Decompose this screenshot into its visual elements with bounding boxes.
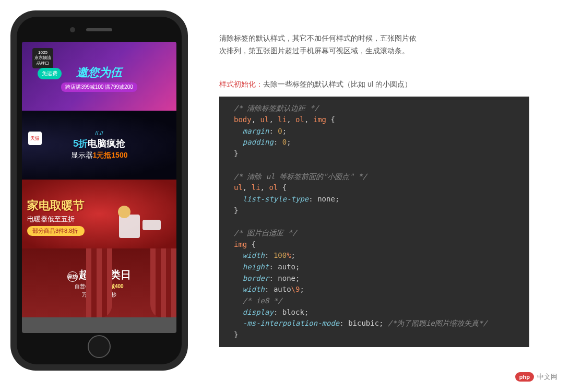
curtain-left-icon — [86, 248, 112, 317]
style-init-label: 样式初始化： — [219, 80, 263, 88]
style-init-text: 去除一些标签的默认样式（比如 ul 的小圆点） — [263, 80, 412, 88]
style-init-line: 样式初始化：去除一些标签的默认样式（比如 ul 的小圆点） — [219, 78, 560, 91]
article-content: 清除标签的默认样式，其它不加任何样式的时候，五张图片依 次排列，第五张图片超过手… — [219, 10, 560, 371]
camera-icon — [70, 27, 75, 32]
banner-date: //.// — [95, 130, 103, 136]
carousel-banner-3[interactable]: 家电取暖节 电暖器低至五折 部分商品3件8.8折 — [22, 180, 176, 248]
phone-screen[interactable]: 1025 京东物流 品牌日 免运费 邀您为伍 跨店满399减100 满799减2… — [22, 42, 176, 333]
carousel-banner-2[interactable]: 天猫 //.// 5折电脑疯抢 显示器1元抵1500 — [22, 111, 176, 180]
speaker-icon — [86, 28, 112, 31]
php-badge-icon: php — [515, 372, 534, 382]
banner-title: 5折电脑疯抢 — [73, 137, 125, 150]
banner-subtitle: 显示器1元抵1500 — [71, 151, 128, 160]
carousel-banner-1[interactable]: 1025 京东物流 品牌日 免运费 邀您为伍 跨店满399减100 满799减2… — [22, 42, 176, 111]
site-watermark: php 中文网 — [515, 372, 557, 382]
jd-logo-icon: 1025 京东物流 品牌日 — [32, 48, 53, 68]
watermark-text: 中文网 — [537, 372, 557, 382]
banner-subtitle: 电暖器低至五折 — [27, 215, 85, 224]
curtain-right-icon — [150, 248, 176, 317]
svg-rect-0 — [119, 215, 140, 238]
heater-icon — [116, 204, 163, 241]
css-code-block: /* 清除标签默认边距 */ body, ul, li, ol, img { m… — [219, 97, 529, 347]
home-button-icon — [88, 335, 111, 358]
phone-frame: 1025 京东物流 品牌日 免运费 邀您为伍 跨店满399减100 满799减2… — [10, 10, 188, 371]
description-paragraph: 清除标签的默认样式，其它不加任何样式的时候，五张图片依 次排列，第五张图片超过手… — [219, 32, 560, 57]
svg-rect-1 — [142, 220, 161, 230]
carousel-banner-4[interactable]: 家纺超级品类日 自营领券满799减400 万件商品1元秒 — [22, 248, 176, 317]
banner-title: 邀您为伍 — [76, 65, 122, 80]
carousel-banner-5[interactable] — [22, 317, 176, 333]
phone-bezel: 1025 京东物流 品牌日 免运费 邀您为伍 跨店满399减100 满799减2… — [17, 17, 182, 364]
svg-point-2 — [118, 206, 130, 218]
free-shipping-badge: 免运费 — [38, 68, 62, 79]
tmall-logo-icon: 天猫 — [28, 132, 42, 145]
banner-title: 家电取暖节 — [27, 198, 85, 213]
banner-promo-badge: 部分商品3件8.8折 — [27, 226, 85, 236]
banner-subtitle: 跨店满399减100 满799减200 — [61, 82, 137, 92]
